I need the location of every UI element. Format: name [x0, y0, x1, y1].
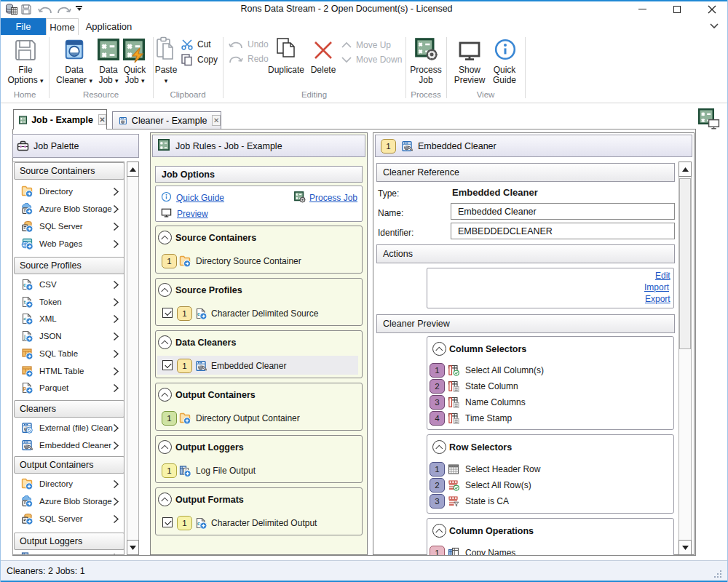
svg-text:j: j [23, 334, 25, 340]
